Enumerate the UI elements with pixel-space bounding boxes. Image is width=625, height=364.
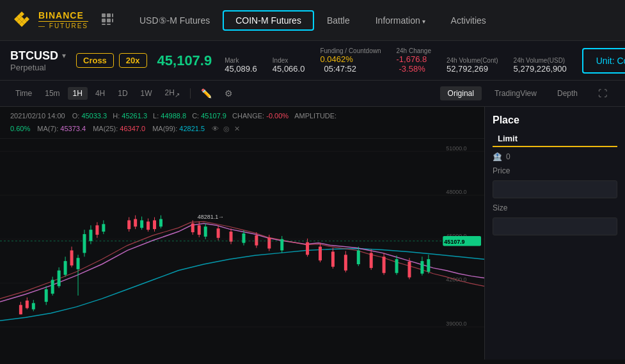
amplitude-value: 0.60% xyxy=(10,125,30,132)
timeframe-15m[interactable]: 15m xyxy=(40,87,65,100)
right-panel: Place Limit 🏦 0 Price Size xyxy=(484,107,625,360)
ma-line: 0.60% MA(7): 45373.4 MA(25): 46347.0 MA(… xyxy=(10,123,474,135)
fullscreen-button[interactable]: ⛶ xyxy=(590,86,615,101)
stat-volume-usd: 24h Volume(USD) 5,279,226,900 xyxy=(514,57,567,74)
wallet-row: 🏦 0 xyxy=(493,152,617,161)
svg-rect-15 xyxy=(107,24,111,25)
timeframe-1h[interactable]: 1H xyxy=(68,87,88,100)
ohlc-close-label: C: xyxy=(192,112,201,120)
main-nav: USD⑤-M Futures COIN-M Futures Battle Inf… xyxy=(127,10,615,31)
pair-info: BTCUSD ▾ Perpetual xyxy=(10,49,66,72)
ma7-value: 45373.4 xyxy=(60,125,86,132)
amplitude-label: AMPLITUDE: xyxy=(294,112,336,120)
badges: Cross 20x xyxy=(76,53,147,68)
unit-box[interactable]: Unit: Cont xyxy=(582,48,625,74)
ma99-label: MA(99): xyxy=(152,125,179,132)
binance-label: BINANCE xyxy=(38,11,88,20)
futures-label: — FUTURES xyxy=(38,21,88,29)
change-abs: -1,676.8 xyxy=(397,54,427,64)
svg-rect-12 xyxy=(107,19,111,22)
ma-eye-icon[interactable]: 👁 xyxy=(212,125,219,132)
ohlc-open-label: O: xyxy=(72,112,82,120)
volume-cont-label: 24h Volume(Cont) xyxy=(447,57,498,64)
order-type-tabs: Limit xyxy=(493,131,617,147)
price-label: Price xyxy=(493,166,617,175)
change-pct: -3.58% xyxy=(399,64,425,74)
ohlc-high: 45261.3 xyxy=(122,112,147,120)
ma25-label: MA(25): xyxy=(93,125,120,132)
svg-rect-9 xyxy=(107,13,111,17)
stat-mark: Mark 45,089.6 xyxy=(225,57,257,74)
ma-target-icon[interactable]: ◎ xyxy=(223,125,230,132)
grid-menu-icon[interactable] xyxy=(101,13,114,28)
view-depth[interactable]: Depth xyxy=(550,86,585,100)
ohlc-change-label: CHANGE: xyxy=(232,112,266,120)
chart-canvas: 51000.0 48000.0 45000.0 42000.0 39000.0 … xyxy=(0,139,484,358)
volume-cont-value: 52,792,269 xyxy=(447,64,498,74)
toolbar-separator-1 xyxy=(190,88,191,99)
ohlc-change: -0.00% xyxy=(266,112,289,120)
draw-tool-button[interactable]: ✏️ xyxy=(196,86,217,100)
order-type-limit[interactable]: Limit xyxy=(493,131,523,147)
svg-text:51000.0: 51000.0 xyxy=(446,145,466,152)
logo-text: BINANCE — FUTURES xyxy=(38,11,88,29)
pair-type: Perpetual xyxy=(10,63,66,72)
ma-close-icon[interactable]: ✕ xyxy=(234,125,240,132)
margin-mode-badge[interactable]: Cross xyxy=(76,53,114,68)
timeframe-time[interactable]: Time xyxy=(10,87,37,100)
wallet-icon: 🏦 xyxy=(493,152,502,161)
ohlc-low-label: L: xyxy=(153,112,161,120)
nav-coin-futures[interactable]: COIN-M Futures xyxy=(223,10,314,31)
svg-rect-14 xyxy=(102,24,106,25)
pair-name-row: BTCUSD ▾ xyxy=(10,49,66,63)
ma99-value: 42821.5 xyxy=(179,125,205,132)
ma7-label: MA(7): xyxy=(37,125,60,132)
svg-text:39000.0: 39000.0 xyxy=(446,320,466,327)
ohlc-open: 45033.3 xyxy=(81,112,107,120)
ohlc-line: 2021/02/10 14:00 O: 45033.3 H: 45261.3 L… xyxy=(10,111,474,122)
ohlc-close: 45107.9 xyxy=(201,112,226,120)
toolbar-right: Original TradingView Depth ⛶ xyxy=(440,86,615,101)
chart-toolbar: Time 15m 1H 4H 1D 1W 2H↗ ✏️ ⚙ Original T… xyxy=(0,81,625,107)
place-order-title: Place xyxy=(493,115,617,126)
timeframe-1d[interactable]: 1D xyxy=(113,87,132,100)
volume-usd-value: 5,279,226,900 xyxy=(514,64,567,74)
settings-tool-button[interactable]: ⚙ xyxy=(219,86,238,100)
timeframe-2h[interactable]: 2H↗ xyxy=(160,86,185,100)
ohlc-high-label: H: xyxy=(113,112,122,120)
timeframe-1w[interactable]: 1W xyxy=(136,87,157,100)
timeframe-4h[interactable]: 4H xyxy=(90,87,110,100)
nav-usd-futures[interactable]: USD⑤-M Futures xyxy=(127,10,223,31)
size-label: Size xyxy=(493,203,617,212)
ohlc-low: 44988.8 xyxy=(161,112,186,120)
stat-funding: Funding / Countdown 0.0462% 05:47:52 xyxy=(320,47,381,74)
unit-label: Unit: xyxy=(596,56,615,66)
index-value: 45,066.0 xyxy=(273,64,305,74)
view-original[interactable]: Original xyxy=(440,86,482,100)
change-value: -1,676.8 -3.58% xyxy=(397,54,432,74)
stat-24h-change: 24h Change -1,676.8 -3.58% xyxy=(397,47,432,74)
change-label: 24h Change xyxy=(397,47,432,54)
stats-row: Mark 45,089.6 Index 45,066.0 Funding / C… xyxy=(225,47,625,74)
size-input[interactable] xyxy=(493,218,617,235)
unit-value: Cont xyxy=(617,56,625,66)
logo[interactable]: BINANCE — FUTURES xyxy=(10,9,88,32)
svg-text:48281.1→: 48281.1→ xyxy=(198,214,224,221)
price-input[interactable] xyxy=(493,180,617,198)
volume-usd-label: 24h Volume(USD) xyxy=(514,57,567,64)
ma25-value: 46347.0 xyxy=(120,125,145,132)
nav-battle[interactable]: Battle xyxy=(314,10,363,31)
pair-dropdown-icon[interactable]: ▾ xyxy=(62,51,66,60)
svg-text:45107.9: 45107.9 xyxy=(444,239,464,245)
funding-value: 0.0462% 05:47:52 xyxy=(320,54,381,74)
view-tradingview[interactable]: TradingView xyxy=(487,86,544,100)
candlestick-svg: 51000.0 48000.0 45000.0 42000.0 39000.0 … xyxy=(0,139,484,358)
countdown: 05:47:52 xyxy=(324,64,356,74)
index-label: Index xyxy=(273,57,305,64)
leverage-badge[interactable]: 20x xyxy=(119,53,147,68)
nav-activities[interactable]: Activities xyxy=(438,10,499,31)
header: BINANCE — FUTURES USD⑤-M Futures COIN-M … xyxy=(0,0,625,41)
chart-container: 2021/02/10 14:00 O: 45033.3 H: 45261.3 L… xyxy=(0,107,625,360)
nav-information[interactable]: Information xyxy=(363,10,438,31)
wallet-value: 0 xyxy=(506,152,510,161)
